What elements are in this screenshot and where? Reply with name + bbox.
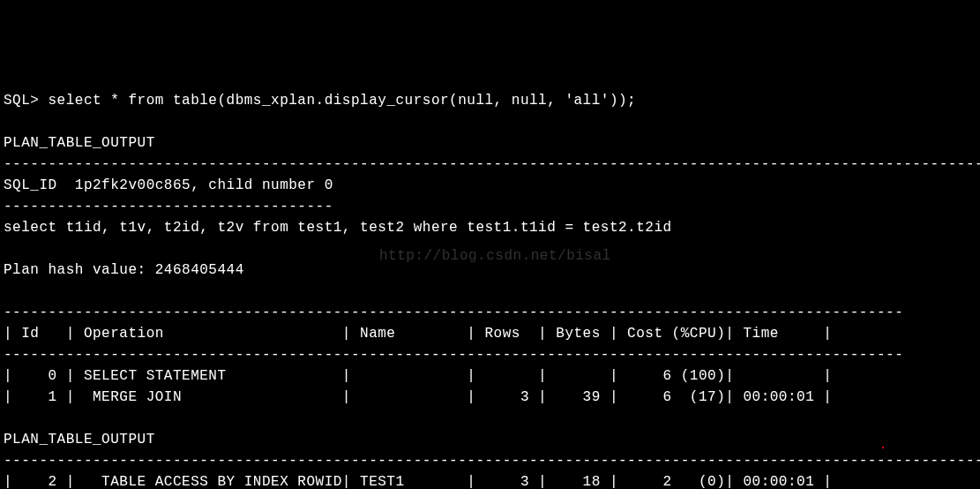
- plan-hash-line: Plan hash value: 2468405444: [4, 262, 244, 278]
- terminal-output: SQL> select * from table(dbms_xplan.disp…: [4, 90, 980, 489]
- table-border: ----------------------------------------…: [4, 305, 903, 320]
- table-header-row: | Id | Operation | Name | Rows | Bytes |…: [4, 326, 832, 342]
- sql-query: select * from table(dbms_xplan.display_c…: [49, 93, 637, 109]
- divider-line: ----------------------------------------…: [4, 453, 980, 469]
- sql-id-line: SQL_ID 1p2fk2v00c865, child number 0: [4, 177, 333, 193]
- section-header: PLAN_TABLE_OUTPUT: [4, 135, 155, 151]
- statement-line: select t1id, t1v, t2id, t2v from test1, …: [4, 220, 672, 236]
- table-border: ----------------------------------------…: [4, 347, 903, 363]
- divider-line: -------------------------------------: [4, 199, 333, 214]
- sql-prompt: SQL>: [4, 93, 49, 109]
- table-row: | 1 | MERGE JOIN | | 3 | 39 | 6 (17)| 00…: [4, 389, 832, 405]
- section-header: PLAN_TABLE_OUTPUT: [4, 432, 155, 448]
- table-row: | 2 | TABLE ACCESS BY INDEX ROWID| TEST1…: [4, 474, 832, 489]
- table-row: | 0 | SELECT STATEMENT | | | | 6 (100)| …: [4, 368, 832, 384]
- divider-line: ----------------------------------------…: [4, 156, 980, 172]
